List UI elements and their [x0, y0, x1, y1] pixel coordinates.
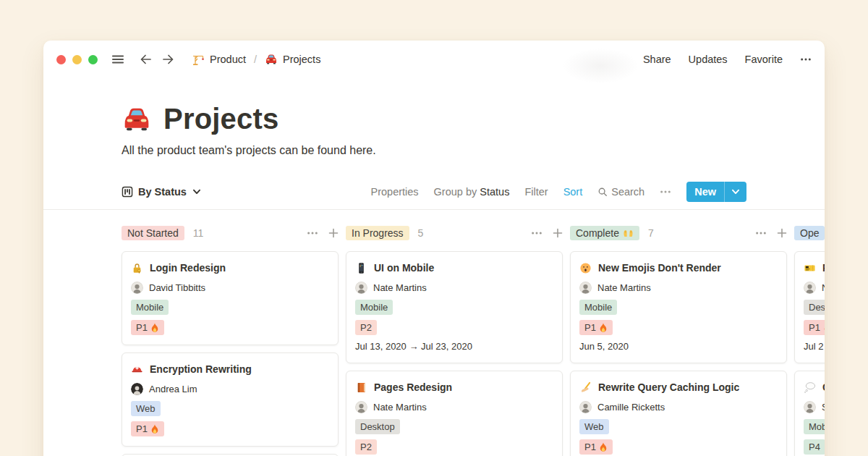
card-clipped-2[interactable]: C S Mob P4	[794, 371, 825, 456]
crane-icon	[192, 53, 205, 66]
assignee-name: N	[822, 282, 825, 293]
platform-tag: Web	[579, 419, 609, 434]
view-name: By Status	[138, 186, 187, 198]
priority-tag: P1	[579, 320, 613, 335]
column-add-icon[interactable]	[328, 228, 339, 238]
search-button[interactable]: Search	[597, 186, 644, 198]
forward-arrow-icon[interactable]	[161, 52, 176, 67]
new-button-label: New	[686, 182, 724, 202]
menu-icon[interactable]	[111, 52, 125, 67]
ticket-icon	[804, 262, 816, 274]
fire-icon	[599, 323, 608, 333]
assignee-name: Camille Ricketts	[597, 402, 665, 413]
sort-button[interactable]: Sort	[563, 186, 583, 198]
card-new-emojis-dont-render[interactable]: New Emojis Don't Render Nate Martins Mob…	[570, 251, 787, 363]
share-button[interactable]: Share	[643, 54, 671, 65]
raised-hands-icon	[623, 229, 634, 237]
assignee-name: Nate Martins	[597, 282, 651, 293]
assignee-name: David Tibbitts	[149, 282, 205, 293]
priority-tag: P4	[804, 439, 825, 455]
helmet-icon	[131, 363, 143, 376]
view-switcher[interactable]: By Status	[122, 186, 202, 198]
priority-tag: P1	[131, 421, 164, 436]
car-icon	[122, 104, 152, 135]
updates-button[interactable]: Updates	[689, 54, 728, 65]
card-clipped-1[interactable]: P N Des P1 Jul 2	[794, 251, 825, 363]
column-status-pill[interactable]: Not Started	[122, 226, 184, 240]
card-title: Rewrite Query Caching Logic	[598, 381, 739, 393]
new-dropdown-button[interactable]	[725, 182, 746, 202]
priority-tag: P1	[579, 439, 613, 455]
board-view-icon	[122, 186, 133, 198]
close-window-button[interactable]	[56, 55, 66, 64]
column-add-icon[interactable]	[553, 228, 563, 238]
card-title: Encryption Rewriting	[150, 363, 252, 375]
thought-balloon-icon	[804, 381, 816, 394]
column-status-pill[interactable]: Complete	[570, 226, 639, 240]
avatar	[579, 401, 592, 413]
filter-button[interactable]: Filter	[524, 186, 548, 198]
zoom-window-button[interactable]	[88, 55, 98, 64]
card-encryption-rewriting[interactable]: Encryption Rewriting Andrea Lim Web P1	[122, 352, 339, 447]
priority-tag: P1	[804, 320, 825, 335]
back-arrow-icon[interactable]	[138, 52, 153, 67]
column-more-icon[interactable]	[307, 227, 318, 239]
breadcrumb-item-product[interactable]: Product	[192, 53, 246, 66]
column-more-icon[interactable]	[531, 227, 542, 239]
writing-hand-icon	[579, 381, 592, 394]
column-not-started: Not Started 11 Login Redesign David Tibb…	[122, 224, 339, 456]
surprised-face-icon	[579, 262, 592, 274]
platform-tag: Mobile	[355, 300, 393, 315]
new-button[interactable]: New	[686, 182, 746, 202]
column-header: Ope	[794, 224, 825, 242]
book-icon	[355, 381, 367, 394]
avatar	[579, 282, 592, 294]
card-title: Login Redesign	[150, 262, 226, 274]
page-description: All the product team's projects can be f…	[122, 144, 825, 157]
search-icon	[597, 187, 608, 197]
breadcrumb-item-projects[interactable]: Projects	[265, 53, 320, 66]
column-add-icon[interactable]	[777, 228, 787, 238]
breadcrumb: Product / Projects	[192, 53, 320, 66]
avatar	[131, 383, 143, 395]
avatar	[804, 401, 816, 413]
group-by-value: Status	[480, 186, 509, 198]
breadcrumb-label: Projects	[283, 54, 320, 65]
favorite-button[interactable]: Favorite	[745, 54, 783, 65]
window-controls	[56, 55, 98, 64]
priority-tag: P2	[355, 320, 377, 335]
column-status-pill[interactable]: In Progress	[346, 226, 409, 240]
column-count: 5	[418, 227, 424, 239]
group-by-button[interactable]: Group by Status	[434, 186, 510, 198]
assignee-name: Andrea Lim	[149, 384, 197, 394]
avatar	[131, 282, 143, 294]
breadcrumb-label: Product	[210, 54, 246, 65]
card-login-redesign[interactable]: Login Redesign David Tibbitts Mobile P1	[122, 251, 339, 345]
date: Jun 5, 2020	[579, 340, 778, 353]
background-smudge	[546, 41, 655, 91]
more-options-icon[interactable]	[800, 54, 812, 65]
column-status-pill[interactable]: Ope	[794, 226, 825, 240]
date: Jul 2	[804, 340, 825, 353]
app-window: Product / Projects Share Updates Favorit…	[43, 41, 825, 456]
fire-icon	[150, 424, 159, 434]
priority-tag: P1	[131, 320, 164, 335]
minimize-window-button[interactable]	[72, 55, 82, 64]
assignee-name: Nate Martins	[373, 402, 427, 413]
car-icon	[265, 53, 278, 66]
assignee-name: Nate Martins	[373, 282, 427, 293]
card-pages-redesign[interactable]: Pages Redesign Nate Martins Desktop P2	[346, 371, 563, 456]
card-rewrite-query-caching-logic[interactable]: Rewrite Query Caching Logic Camille Rick…	[570, 371, 787, 456]
column-header: Complete 7	[570, 224, 787, 242]
properties-button[interactable]: Properties	[371, 186, 419, 198]
view-toolbar: By Status Properties Group by Status Fil…	[122, 182, 746, 209]
column-open: Ope P N Des P1 Jul 2 C S Mob	[794, 224, 825, 456]
group-by-prefix: Group by	[434, 186, 477, 198]
card-ui-on-mobile[interactable]: UI on Mobile Nate Martins Mobile P2 Jul …	[346, 251, 563, 363]
column-more-icon[interactable]	[755, 227, 767, 239]
mobile-phone-icon	[355, 262, 367, 274]
priority-tag: P2	[355, 439, 377, 455]
toolbar-more-icon[interactable]	[660, 186, 671, 198]
assignee-name: S	[822, 402, 825, 413]
date-range: Jul 13, 2020 → Jul 23, 2020	[355, 340, 553, 353]
